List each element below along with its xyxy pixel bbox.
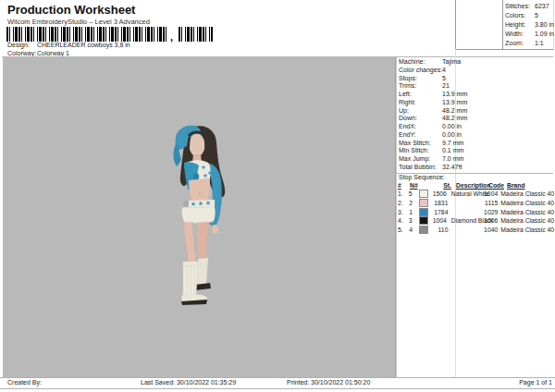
- summary-row-zoom: Zoom:1:1: [505, 40, 554, 49]
- color-changes-value: 4: [442, 67, 446, 73]
- zoom-value: 1:1: [535, 40, 544, 46]
- stitches-value: 6237: [535, 3, 549, 9]
- summary-row-width: Width:1.09 in: [505, 31, 554, 40]
- created-by: Created By:: [7, 379, 42, 386]
- trims-value: 21: [442, 82, 450, 89]
- right-row: Right:13.9 mm: [399, 99, 554, 107]
- summary-row-height: Height:3.80 in: [505, 21, 554, 31]
- stop-sequence-header: # N# St. Description Code Brand: [398, 181, 554, 190]
- colorway-value: Colorway 1: [37, 50, 69, 56]
- thread-swatch: [419, 208, 428, 216]
- page-title: Production Worksheet: [7, 3, 135, 17]
- endy-row: EndY:0.00 in: [399, 131, 554, 140]
- down-value: 48.2 mm: [442, 115, 467, 121]
- endy-label: EndY:: [399, 131, 442, 140]
- max-stitch-label: Max Stitch:: [399, 140, 442, 148]
- left-label: Left:: [399, 91, 442, 99]
- endy-value: 0.00 in: [442, 131, 462, 138]
- trims-label: Trims:: [399, 82, 442, 91]
- min-stitch-value: 0.1 mm: [442, 147, 463, 153]
- min-stitch-label: Min Stitch:: [399, 147, 442, 155]
- machine-info-panel: Machine:Tajima Color changes:4 Stops:5 T…: [399, 58, 554, 172]
- col-stitches: St.: [433, 182, 451, 189]
- design-line: Design: CHEERLEADER cowboys 3,8 in: [7, 42, 130, 48]
- stop-sequence-title: Stop Sequence:: [399, 174, 445, 180]
- height-label: Height:: [505, 21, 535, 28]
- design-value: CHEERLEADER cowboys 3,8 in: [37, 42, 130, 48]
- summary-row-colors: Colors:5: [505, 12, 554, 21]
- thread-swatch: [419, 216, 428, 225]
- left-row: Left:13.9 mm: [399, 91, 554, 99]
- thread-swatch: [419, 190, 428, 198]
- thread-swatch: [419, 226, 428, 234]
- col-code: Code: [488, 182, 504, 189]
- max-stitch-row: Max Stitch:9.7 mm: [399, 140, 554, 148]
- stops-row: Stops:5: [399, 75, 554, 83]
- col-num: #: [398, 182, 410, 189]
- summary-box-divider: [502, 0, 503, 49]
- right-value: 13.9 mm: [442, 99, 467, 105]
- table-row: 4. 3 1004 Diamond Black 1006 Madeira Cla…: [398, 216, 554, 226]
- stops-value: 5: [442, 75, 446, 81]
- page-number: Page 1 of 1: [519, 379, 552, 386]
- max-jump-label: Max Jump:: [399, 155, 442, 164]
- panel-divider: [396, 57, 397, 377]
- summary-row-stitches: Stitches:6237: [505, 3, 554, 12]
- production-worksheet-page: Production Worksheet Wilcom EmbroiderySt…: [0, 0, 555, 392]
- total-bobbin-row: Total Bobbin:32.47ft: [399, 164, 554, 172]
- thread-swatch: [419, 199, 428, 207]
- left-value: 13.9 mm: [442, 91, 467, 97]
- endx-label: EndX:: [399, 123, 442, 131]
- up-row: Up:48.2 mm: [399, 107, 554, 116]
- height-value: 3.80 in: [535, 21, 554, 28]
- stop-sequence-table: # N# St. Description Code Brand 1. 5 150…: [398, 181, 554, 234]
- right-label: Right:: [399, 99, 442, 107]
- max-stitch-value: 9.7 mm: [442, 140, 463, 146]
- zoom-label: Zoom:: [505, 40, 535, 46]
- barcode: [6, 27, 169, 42]
- color-changes-label: Color changes:: [399, 67, 442, 75]
- min-stitch-row: Min Stitch:0.1 mm: [399, 147, 554, 155]
- machine-value: Tajima: [442, 58, 461, 65]
- barcode-comma: ,: [170, 31, 173, 43]
- machine-row: Machine:Tajima: [399, 58, 554, 67]
- machine-label: Machine:: [399, 58, 442, 67]
- up-label: Up:: [399, 107, 442, 116]
- last-saved: Last Saved: 30/10/2022 01:35:29: [141, 379, 236, 386]
- up-value: 48.2 mm: [442, 107, 467, 114]
- table-row: 3. 1 1784 1029 Madeira Classic 40: [398, 207, 554, 216]
- stitches-label: Stitches:: [505, 3, 535, 9]
- down-label: Down:: [399, 115, 442, 123]
- colors-label: Colors:: [505, 12, 535, 18]
- endx-row: EndX:0.00 in: [399, 123, 554, 131]
- cheerleader-design-preview: [169, 122, 234, 307]
- barcode-suffix: [179, 27, 213, 42]
- color-changes-row: Color changes:4: [399, 67, 554, 75]
- colorway-label: Colorway:: [7, 50, 35, 56]
- printed: Printed: 30/10/2022 01:50:20: [287, 379, 370, 386]
- table-row: 5. 4 110 1040 Madeira Classic 40: [398, 226, 554, 235]
- total-bobbin-value: 32.47ft: [442, 164, 462, 170]
- col-brand: Brand: [507, 182, 554, 189]
- table-row: 2. 2 1831 1115 Madeira Classic 40: [398, 199, 554, 208]
- max-jump-row: Max Jump:7.0 mm: [399, 155, 554, 164]
- footer-top-rule: [0, 377, 555, 378]
- max-jump-value: 7.0 mm: [442, 155, 463, 162]
- col-needle: N#: [410, 182, 421, 189]
- col-description: Description: [456, 182, 488, 189]
- footer-bottom-rule: [0, 388, 555, 389]
- design-label: Design:: [7, 42, 35, 48]
- total-bobbin-label: Total Bobbin:: [399, 164, 442, 172]
- width-label: Width:: [505, 31, 535, 37]
- width-value: 1.09 in: [535, 31, 554, 37]
- table-row: 1. 5 1506 Natural White 1004 Madeira Cla…: [398, 190, 554, 199]
- endx-value: 0.00 in: [442, 123, 462, 129]
- colors-value: 5: [535, 12, 538, 18]
- down-row: Down:48.2 mm: [399, 115, 554, 123]
- stops-label: Stops:: [399, 75, 442, 83]
- trims-row: Trims:21: [399, 82, 554, 91]
- app-subtitle: Wilcom EmbroideryStudio – Level 3 Advanc…: [7, 18, 150, 26]
- colorway-line: Colorway: Colorway 1: [7, 50, 69, 56]
- summary-list: Stitches:6237 Colors:5 Height:3.80 in Wi…: [505, 3, 554, 48]
